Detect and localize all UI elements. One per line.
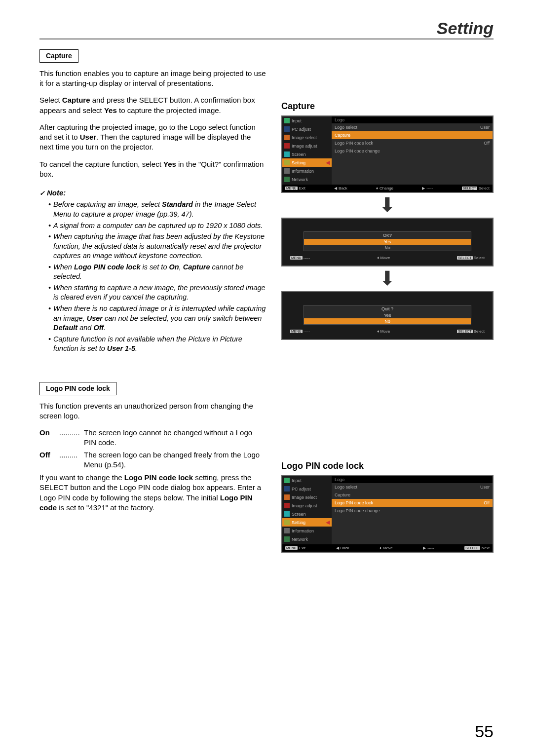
option-logo-select: Logo selectUser	[332, 483, 493, 491]
down-arrow-icon: ⬇	[281, 195, 494, 215]
information-icon	[284, 528, 290, 533]
sidebar-item-information: Information	[282, 527, 332, 535]
sidebar-item-screen: Screen	[282, 510, 332, 518]
sidebar-item-image-adjust: Image adjust	[282, 142, 332, 150]
arrow-icon: ◀	[326, 519, 330, 526]
option-logo-pin-change: Logo PIN code change	[332, 507, 493, 515]
logo-lock-heading: Logo PIN code lock	[281, 461, 494, 471]
sidebar-item-setting: Setting◀	[282, 158, 332, 167]
definition-list: On..........The screen logo cannot be ch…	[39, 428, 266, 470]
note-item: When starting to capture a new image, th…	[48, 283, 266, 302]
arrow-icon: ◀	[326, 159, 330, 166]
menu-screenshot-logolock: Input PC adjust Image select Image adjus…	[281, 475, 494, 553]
down-arrow-icon: ⬇	[281, 268, 494, 288]
quit-no: No	[304, 318, 471, 324]
off-text: The screen logo can be changed freely fr…	[84, 450, 266, 470]
note-item: A signal from a computer can be captured…	[48, 221, 266, 231]
image-select-icon	[284, 135, 290, 140]
sidebar-item-image-adjust: Image adjust	[282, 501, 332, 510]
image-select-icon	[284, 494, 290, 500]
sidebar-item-input: Input	[282, 476, 332, 485]
submenu-header: Logo	[332, 116, 493, 123]
logo-intro: This function prevents an unauthorized p…	[39, 401, 266, 421]
pc-adjust-icon	[284, 486, 290, 491]
note-item: When Logo PIN code lock is set to On, Ca…	[48, 263, 266, 282]
menu-sidebar: Input PC adjust Image select Image adjus…	[282, 116, 332, 185]
input-icon	[284, 478, 290, 483]
ok-dialog: OK? Yes No MENU ----- ♦ Move SELECT Sele…	[281, 218, 494, 266]
sidebar-item-pc-adjust: PC adjust	[282, 125, 332, 133]
pc-adjust-icon	[284, 126, 290, 132]
screen-icon	[284, 511, 290, 517]
logo-lock-label: Logo PIN code lock	[39, 382, 116, 395]
menu-right-panel: Logo Logo selectUser Capture Logo PIN co…	[332, 476, 493, 544]
note-item: When capturing the image that has been a…	[48, 232, 266, 261]
ok-no: No	[304, 245, 471, 251]
screen-icon	[284, 151, 290, 157]
ok-title: OK?	[304, 232, 471, 239]
option-capture: Capture	[332, 491, 493, 499]
capture-p3: To cancel the capture function, select Y…	[39, 159, 266, 180]
note-item: Before capturing an image, select Standa…	[48, 200, 266, 219]
menu-button-icon: MENU	[285, 187, 298, 190]
setting-icon	[284, 160, 290, 165]
menu-right-panel: Logo Logo selectUser Capture Logo PIN co…	[332, 116, 493, 185]
on-text: The screen logo cannot be changed withou…	[84, 428, 266, 448]
page-number: 55	[475, 722, 494, 741]
option-logo-pin-lock: Logo PIN code lockOff	[332, 499, 493, 507]
option-capture: Capture	[332, 131, 493, 139]
sidebar-item-image-select: Image select	[282, 493, 332, 501]
information-icon	[284, 168, 290, 174]
sidebar-item-pc-adjust: PC adjust	[282, 485, 332, 493]
menu-footer: MENU Exit ◀Back ♦ Move ▶ ----- SELECT Ne…	[282, 544, 493, 552]
option-logo-pin-lock: Logo PIN code lockOff	[332, 139, 493, 147]
select-button-icon: SELECT	[464, 546, 480, 550]
capture-p2: After capturing the projected image, go …	[39, 122, 266, 152]
quit-title: Quit ?	[304, 305, 471, 312]
on-label: On	[39, 428, 59, 448]
input-icon	[284, 118, 290, 123]
right-column: Capture Input PC adjust Image select Ima…	[281, 49, 494, 553]
sidebar-item-network: Network	[282, 535, 332, 543]
menu-footer: MENU Exit ◀Back ♦ Change ▶ ----- SELECT …	[282, 185, 493, 192]
sidebar-item-input: Input	[282, 116, 332, 125]
quit-yes: Yes	[304, 312, 471, 318]
sidebar-item-setting: Setting◀	[282, 518, 332, 527]
image-adjust-icon	[284, 143, 290, 149]
quit-dialog: Quit ? Yes No MENU ----- ♦ Move SELECT S…	[281, 291, 494, 340]
image-adjust-icon	[284, 503, 290, 508]
menu-button-icon: MENU	[285, 546, 298, 550]
sidebar-item-network: Network	[282, 175, 332, 184]
setting-icon	[284, 520, 290, 525]
capture-p1: Select Capture and press the SELECT butt…	[39, 95, 266, 115]
capture-heading: Capture	[281, 101, 494, 112]
page-header: Setting	[437, 19, 494, 38]
notes-list: Before capturing an image, select Standa…	[39, 200, 266, 353]
sidebar-item-image-select: Image select	[282, 133, 332, 142]
submenu-header: Logo	[332, 476, 493, 483]
header-rule	[39, 38, 494, 39]
option-logo-pin-change: Logo PIN code change	[332, 147, 493, 155]
sidebar-item-information: Information	[282, 167, 332, 175]
note-item: When there is no captured image or it is…	[48, 304, 266, 333]
menu-sidebar: Input PC adjust Image select Image adjus…	[282, 476, 332, 544]
note-heading: Note:	[39, 188, 266, 198]
capture-intro: This function enables you to capture an …	[39, 69, 266, 89]
select-button-icon: SELECT	[462, 187, 477, 190]
sidebar-item-screen: Screen	[282, 150, 332, 158]
network-icon	[284, 177, 290, 182]
note-item: Capture function is not available when t…	[48, 335, 266, 354]
network-icon	[284, 536, 290, 542]
menu-screenshot-capture: Input PC adjust Image select Image adjus…	[281, 115, 494, 193]
off-label: Off	[39, 450, 59, 470]
ok-yes: Yes	[304, 239, 471, 245]
logo-p-after: If you want to change the Logo PIN code …	[39, 473, 266, 513]
capture-label: Capture	[39, 49, 78, 63]
left-column: Capture This function enables you to cap…	[39, 49, 266, 553]
option-logo-select: Logo selectUser	[332, 123, 493, 131]
